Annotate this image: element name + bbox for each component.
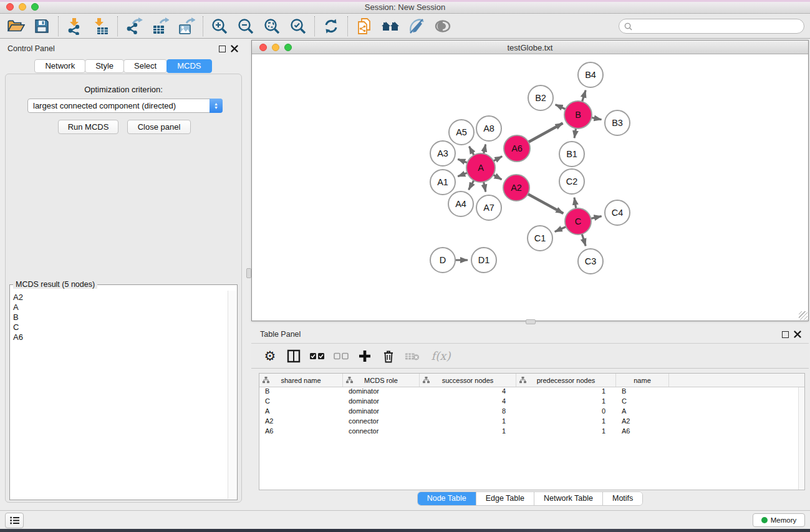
- table-settings-button[interactable]: ⚙: [263, 349, 277, 364]
- criterion-selected-value: largest connected component (directed): [33, 101, 176, 110]
- export-image-icon: [178, 17, 195, 35]
- hide-details-button[interactable]: [403, 15, 430, 37]
- import-table-button[interactable]: [88, 15, 114, 37]
- table-row[interactable]: Bdominator41B: [259, 387, 804, 397]
- column-header-mcds-role[interactable]: MCDS role: [343, 374, 420, 387]
- search-input[interactable]: [635, 22, 804, 31]
- memory-label: Memory: [771, 516, 797, 524]
- result-item[interactable]: A: [13, 302, 228, 312]
- refresh-layout-button[interactable]: [318, 15, 344, 37]
- zoom-out-button[interactable]: [233, 15, 259, 37]
- column-header-name[interactable]: name: [616, 374, 669, 387]
- home-button[interactable]: [377, 15, 403, 37]
- result-item[interactable]: A2: [13, 293, 228, 302]
- table-row[interactable]: A6connector11A6: [259, 427, 804, 437]
- toolbar-separator: [314, 16, 315, 36]
- zoom-fit-button[interactable]: [259, 15, 285, 37]
- vertical-splitter-handle[interactable]: [526, 319, 536, 324]
- delete-columns-button[interactable]: [381, 349, 396, 364]
- delete-table-button[interactable]: [405, 349, 420, 364]
- column-header-predecessor-nodes[interactable]: predecessor nodes: [516, 374, 616, 387]
- table-cell: 1: [516, 427, 616, 437]
- mcds-result-box: MCDS result (5 nodes) A2ABCA6: [9, 284, 238, 500]
- search-icon: [624, 22, 632, 31]
- table-cell: 1: [420, 417, 516, 427]
- table-cell: dominator: [343, 397, 420, 407]
- list-icon: [10, 516, 19, 525]
- table-cell: 8: [420, 407, 516, 417]
- table-row[interactable]: A2connector11A2: [259, 417, 804, 427]
- export-image-button[interactable]: [173, 15, 200, 37]
- zoom-in-icon: [211, 17, 228, 35]
- table-row[interactable]: Adominator80A: [259, 407, 804, 417]
- add-column-button[interactable]: [357, 349, 372, 364]
- show-details-button[interactable]: [430, 15, 456, 37]
- tab-network[interactable]: Network: [34, 59, 85, 73]
- save-session-icon: [33, 17, 51, 35]
- function-builder-button[interactable]: f(x): [428, 349, 453, 364]
- table-cell: dominator: [343, 407, 420, 417]
- tab-network-table[interactable]: Network Table: [534, 492, 603, 505]
- save-session-button[interactable]: [29, 15, 55, 37]
- result-item[interactable]: A6: [13, 332, 228, 342]
- main-toolbar: [0, 14, 810, 39]
- network-canvas[interactable]: AA1A3A4A5A7A8A6A2BB1B2B3B4CC1C2C3C4DD1: [252, 54, 808, 321]
- clone-network-button[interactable]: [351, 15, 377, 37]
- zoom-in-button[interactable]: [206, 15, 233, 37]
- zoom-selected-icon: [289, 17, 307, 35]
- mcds-result-title: MCDS result (5 nodes): [13, 280, 97, 289]
- tab-motifs[interactable]: Motifs: [603, 492, 642, 505]
- desktop-strip: [0, 529, 810, 532]
- tab-style[interactable]: Style: [85, 59, 124, 73]
- tab-edge-table[interactable]: Edge Table: [476, 492, 534, 505]
- node-table: shared nameMCDS rolesuccessor nodesprede…: [259, 373, 805, 490]
- show-panels-button[interactable]: [5, 513, 24, 528]
- hierarchy-icon: [346, 377, 353, 385]
- resize-grip-icon[interactable]: [799, 311, 808, 320]
- column-label: MCDS role: [364, 377, 398, 384]
- split-panel-button[interactable]: [286, 349, 301, 364]
- table-scrollbar[interactable]: [798, 387, 804, 490]
- float-panel-icon[interactable]: [219, 46, 226, 52]
- select-all-columns-button[interactable]: [310, 349, 325, 364]
- result-list-scrollbar[interactable]: [228, 291, 236, 499]
- mcds-result-list[interactable]: A2ABCA6: [11, 291, 228, 499]
- column-header-shared-name[interactable]: shared name: [259, 374, 343, 387]
- fx-icon: f(x): [432, 349, 451, 362]
- float-table-panel-icon[interactable]: [782, 331, 789, 338]
- table-cell: dominator: [343, 387, 420, 397]
- run-mcds-button[interactable]: Run MCDS: [58, 120, 118, 134]
- tab-mcds[interactable]: MCDS: [166, 59, 211, 73]
- split-panel-icon: [287, 349, 301, 363]
- table-tabs-bar: Node TableEdge TableNetwork TableMotifs: [251, 491, 809, 506]
- export-network-button[interactable]: [121, 15, 147, 37]
- horizontal-splitter-handle[interactable]: [246, 268, 251, 278]
- svg-text:B2: B2: [535, 93, 546, 103]
- search-box[interactable]: [619, 19, 804, 34]
- tab-select[interactable]: Select: [123, 59, 167, 73]
- show-details-icon: [433, 17, 452, 35]
- close-panel-button[interactable]: Close panel: [127, 120, 191, 134]
- network-window-title: testGlobe.txt: [252, 43, 808, 52]
- import-network-button[interactable]: [62, 15, 88, 37]
- hierarchy-icon: [519, 377, 526, 385]
- table-row[interactable]: Cdominator41C: [259, 397, 804, 407]
- svg-text:B: B: [575, 110, 581, 120]
- svg-text:A6: A6: [511, 143, 523, 153]
- tab-node-table[interactable]: Node Table: [418, 492, 476, 505]
- zoom-selected-button[interactable]: [285, 15, 311, 37]
- table-cell: 0: [516, 407, 616, 417]
- open-file-button[interactable]: [2, 15, 29, 37]
- table-header-row: shared nameMCDS rolesuccessor nodesprede…: [259, 374, 804, 387]
- svg-text:D: D: [440, 255, 446, 265]
- import-network-icon: [66, 17, 84, 35]
- close-table-panel-icon[interactable]: [794, 331, 801, 338]
- result-item[interactable]: C: [13, 322, 228, 332]
- close-panel-icon[interactable]: [231, 45, 238, 52]
- result-item[interactable]: B: [13, 312, 228, 322]
- memory-button[interactable]: Memory: [753, 513, 805, 527]
- column-header-successor-nodes[interactable]: successor nodes: [420, 374, 516, 387]
- criterion-select[interactable]: largest connected component (directed) ▲…: [27, 99, 223, 113]
- deselect-all-columns-button[interactable]: [334, 349, 349, 364]
- export-table-button[interactable]: [147, 15, 173, 37]
